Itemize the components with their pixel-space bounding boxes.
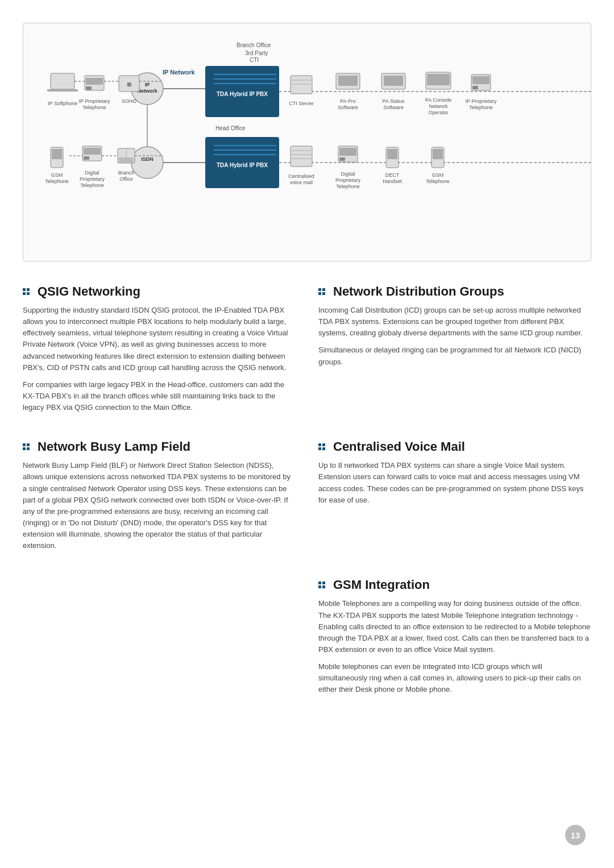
svg-rect-65	[384, 76, 403, 86]
svg-text:Telephone: Telephone	[469, 105, 493, 110]
svg-text:Handset: Handset	[383, 178, 402, 184]
section-network-dist: Network Distribution Groups Incoming Cal…	[318, 284, 591, 419]
svg-text:Head Office: Head Office	[215, 125, 246, 131]
section-gsm: GSM Integration Mobile Telephones are a …	[318, 578, 591, 701]
svg-text:Software: Software	[383, 105, 404, 110]
section-network-dist-title: Network Distribution Groups	[318, 284, 591, 299]
svg-text:Digital: Digital	[85, 170, 99, 176]
svg-rect-74	[472, 76, 489, 84]
svg-text:Proprietary: Proprietary	[335, 177, 361, 183]
svg-text:PA Console: PA Console	[425, 97, 451, 103]
svg-text:Network: Network	[137, 88, 158, 94]
svg-text:DECT: DECT	[385, 172, 400, 178]
svg-rect-8	[51, 73, 74, 89]
svg-text:IP: IP	[145, 82, 150, 88]
svg-text:Branch Office: Branch Office	[237, 42, 271, 48]
section-network-blf: Network Busy Lamp Field Network Busy Lam…	[23, 439, 296, 557]
svg-text:Telephone: Telephone	[426, 178, 450, 184]
svg-text:3rd Party: 3rd Party	[245, 50, 268, 56]
svg-text:Telephone: Telephone	[80, 182, 104, 188]
centralised-vm-icon	[318, 443, 325, 450]
section-centralised-vm: Centralised Voice Mail Up to 8 networked…	[318, 439, 591, 557]
section-gsm-title: GSM Integration	[318, 578, 591, 592]
svg-text:CTI Server: CTI Server	[289, 101, 314, 106]
svg-text:Digital: Digital	[341, 171, 355, 177]
svg-text:▦: ▦	[127, 81, 132, 87]
network-dist-icon	[318, 288, 325, 295]
svg-rect-56	[291, 76, 312, 94]
section-centralised-vm-title: Centralised Voice Mail	[318, 439, 591, 454]
svg-text:voice mail: voice mail	[290, 180, 313, 185]
svg-text:IP Proprietary: IP Proprietary	[466, 98, 497, 104]
svg-rect-69	[427, 74, 450, 85]
section-qsig-title: QSIG Networking	[23, 284, 296, 299]
svg-rect-12	[86, 78, 103, 85]
svg-text:Branch: Branch	[118, 170, 135, 176]
svg-rect-87	[339, 157, 345, 161]
svg-text:Software: Software	[338, 105, 358, 110]
network-blf-icon	[23, 443, 30, 450]
svg-rect-24	[84, 148, 101, 155]
svg-text:Office: Office	[119, 176, 132, 182]
svg-text:TDA Hybrid IP PBX: TDA Hybrid IP PBX	[217, 162, 268, 168]
svg-rect-31	[119, 157, 134, 163]
section-network-blf-title: Network Busy Lamp Field	[23, 439, 296, 454]
svg-rect-25	[84, 156, 89, 160]
svg-text:SOHO: SOHO	[122, 98, 137, 104]
svg-text:Network: Network	[429, 103, 448, 109]
svg-rect-92	[387, 149, 397, 159]
svg-text:Telephone: Telephone	[82, 105, 106, 110]
svg-rect-96	[433, 149, 443, 159]
svg-text:TDA Hybrid IP PBX: TDA Hybrid IP PBX	[217, 91, 268, 97]
sections-grid: QSIG Networking Supporting the industry …	[23, 284, 591, 722]
svg-rect-13	[86, 86, 92, 90]
svg-text:PA Status: PA Status	[383, 98, 405, 104]
svg-text:Telephone: Telephone	[336, 184, 360, 189]
svg-rect-79	[291, 146, 312, 167]
svg-rect-20	[52, 149, 62, 159]
svg-point-6	[131, 147, 163, 178]
svg-text:Proprietary: Proprietary	[80, 176, 105, 182]
svg-text:ISDN: ISDN	[141, 156, 154, 162]
svg-rect-86	[339, 148, 356, 156]
svg-rect-75	[472, 86, 478, 89]
qsig-icon	[23, 288, 30, 295]
svg-text:CTI: CTI	[250, 57, 259, 63]
svg-text:GSM: GSM	[432, 172, 444, 178]
svg-text:IP Proprietary: IP Proprietary	[79, 98, 110, 104]
svg-text:IP Network: IP Network	[163, 69, 196, 76]
svg-text:IP Softphone: IP Softphone	[48, 101, 77, 106]
svg-text:Centralised: Centralised	[288, 173, 314, 179]
network-diagram: Branch Office 3rd Party CTI IP Network I…	[23, 23, 591, 261]
section-empty	[23, 578, 296, 701]
gsm-icon	[318, 582, 325, 588]
svg-text:PA Pro: PA Pro	[340, 98, 355, 104]
svg-text:Telephone: Telephone	[45, 178, 69, 184]
svg-text:GSM: GSM	[51, 172, 63, 178]
svg-text:Operator: Operator	[428, 110, 449, 115]
section-qsig: QSIG Networking Supporting the industry …	[23, 284, 296, 419]
svg-rect-61	[338, 76, 358, 86]
page-number: 13	[565, 825, 586, 845]
svg-rect-9	[47, 89, 78, 92]
